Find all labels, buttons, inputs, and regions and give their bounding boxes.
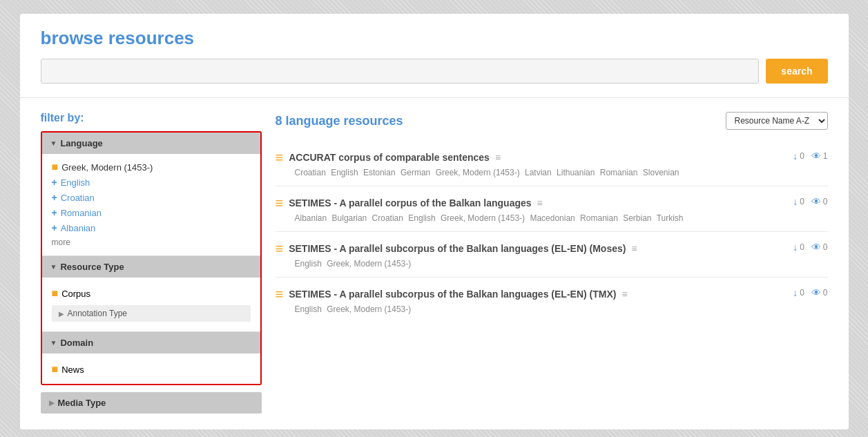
corpus-bullet-icon: ■ bbox=[52, 287, 59, 300]
tag: German bbox=[398, 168, 431, 177]
resource-type-arrow-icon: ▼ bbox=[50, 263, 57, 271]
download-stat: ↓ 0 bbox=[793, 242, 804, 253]
language-arrow-icon: ▼ bbox=[50, 139, 57, 147]
croatian-plus-icon: + bbox=[52, 192, 57, 203]
tag: Romanian bbox=[597, 168, 637, 177]
resource-title-left: ≡ ACCURAT corpus of comparable sentences… bbox=[276, 150, 501, 164]
tag: Latvian bbox=[523, 168, 552, 177]
download-count: 0 bbox=[800, 151, 804, 161]
filter-item-greek[interactable]: ■ Greek, Modern (1453-) bbox=[52, 159, 251, 175]
view-icon: 👁 bbox=[811, 242, 821, 253]
resource-list-icon: ≡ bbox=[276, 287, 284, 301]
tag: Greek, Modern (1453-) bbox=[325, 259, 411, 269]
view-stat: 👁 0 bbox=[811, 196, 828, 207]
results-count: 8 language resources bbox=[276, 114, 403, 128]
resource-title-left: ≡ SETIMES - A parallel corpus of the Bal… bbox=[276, 196, 543, 210]
resource-list: ≡ ACCURAT corpus of comparable sentences… bbox=[276, 141, 828, 322]
resource-item: ≡ ACCURAT corpus of comparable sentences… bbox=[276, 141, 828, 186]
news-item[interactable]: ■ News bbox=[52, 359, 251, 380]
language-section-header[interactable]: ▼ Language bbox=[42, 133, 260, 154]
download-count: 0 bbox=[800, 197, 804, 206]
language-more-link[interactable]: more bbox=[52, 235, 251, 251]
greek-bullet-icon: ■ bbox=[52, 162, 59, 173]
search-button[interactable]: search bbox=[766, 59, 827, 84]
resource-title-row: ≡ ACCURAT corpus of comparable sentences… bbox=[276, 150, 828, 164]
corpus-item[interactable]: ■ Corpus bbox=[52, 283, 251, 302]
annotation-label: Annotation Type bbox=[68, 309, 128, 318]
tag: Romanian bbox=[578, 213, 618, 223]
sort-select[interactable]: Resource Name A-Z Resource Name Z-A Date… bbox=[726, 112, 828, 130]
tag: English bbox=[295, 259, 322, 269]
resource-type-section-header[interactable]: ▼ Resource Type bbox=[42, 256, 260, 278]
domain-section-header[interactable]: ▼ Domain bbox=[42, 332, 260, 353]
news-label: News bbox=[61, 365, 84, 375]
resource-title-text[interactable]: SETIMES - A parallel subcorpus of the Ba… bbox=[289, 243, 626, 254]
resource-title-left: ≡ SETIMES - A parallel subcorpus of the … bbox=[276, 242, 637, 255]
filter-item-croatian[interactable]: + Croatian bbox=[52, 190, 251, 205]
annotation-type-item[interactable]: ▶ Annotation Type bbox=[52, 305, 251, 322]
resource-tags: English Greek, Modern (1453-) bbox=[276, 259, 828, 269]
resource-list-icon: ≡ bbox=[276, 196, 284, 210]
page-title: browse resources bbox=[41, 28, 828, 49]
english-plus-icon: + bbox=[52, 177, 57, 188]
view-icon: 👁 bbox=[811, 150, 821, 162]
annotation-triangle-icon: ▶ bbox=[59, 310, 64, 318]
tag: Macedonian bbox=[528, 213, 575, 223]
resource-list-icon: ≡ bbox=[276, 242, 284, 255]
domain-arrow-icon: ▼ bbox=[50, 339, 57, 347]
download-icon: ↓ bbox=[793, 242, 798, 253]
greek-label: Greek, Modern (1453-) bbox=[61, 162, 153, 173]
tag: English bbox=[295, 304, 322, 314]
media-type-header[interactable]: ▶ Media Type bbox=[41, 392, 262, 414]
resource-title-left: ≡ SETIMES - A parallel subcorpus of the … bbox=[276, 287, 628, 301]
view-count: 1 bbox=[823, 151, 828, 161]
view-stat: 👁 0 bbox=[811, 242, 828, 253]
filter-item-english[interactable]: + English bbox=[52, 175, 251, 190]
view-count: 0 bbox=[823, 288, 828, 298]
download-stat: ↓ 0 bbox=[793, 150, 804, 162]
download-count: 0 bbox=[800, 242, 804, 252]
results-header: 8 language resources Resource Name A-Z R… bbox=[276, 112, 828, 130]
tag: Bulgarian bbox=[329, 213, 367, 223]
resource-type-section-body: ■ Corpus ▶ Annotation Type bbox=[42, 278, 260, 331]
filter-item-albanian[interactable]: + Albanian bbox=[52, 220, 251, 235]
tag: Slovenian bbox=[640, 168, 679, 177]
resource-title-text[interactable]: ACCURAT corpus of comparable sentences bbox=[289, 152, 490, 163]
tag: English bbox=[329, 168, 358, 177]
tag: Greek, Modern (1453-) bbox=[433, 168, 519, 177]
croatian-label: Croatian bbox=[61, 193, 95, 203]
view-stat: 👁 0 bbox=[811, 287, 828, 298]
media-type-section: ▶ Media Type bbox=[41, 392, 262, 414]
resource-tags: Albanian Bulgarian Croatian English Gree… bbox=[276, 213, 828, 223]
filter-item-romanian[interactable]: + Romanian bbox=[52, 205, 251, 220]
resource-doc-icon: ≡ bbox=[537, 197, 543, 208]
albanian-plus-icon: + bbox=[52, 222, 57, 233]
content-section: filter by: ▼ Language ■ Greek, Modern (1… bbox=[20, 98, 849, 429]
resource-list-icon: ≡ bbox=[276, 150, 284, 164]
filter-box: ▼ Language ■ Greek, Modern (1453-) + Eng… bbox=[41, 131, 262, 385]
resource-doc-icon: ≡ bbox=[621, 289, 627, 300]
download-icon: ↓ bbox=[793, 196, 798, 207]
resource-title-text[interactable]: SETIMES - A parallel corpus of the Balka… bbox=[289, 197, 531, 208]
tag: Greek, Modern (1453-) bbox=[325, 304, 411, 314]
tag: Serbian bbox=[621, 213, 652, 223]
resource-stats: ↓ 0 👁 1 bbox=[793, 150, 827, 162]
resource-title-row: ≡ SETIMES - A parallel subcorpus of the … bbox=[276, 242, 828, 255]
domain-section-body: ■ News bbox=[42, 353, 260, 384]
top-section: browse resources search bbox=[20, 14, 849, 98]
main-content: 8 language resources Resource Name A-Z R… bbox=[276, 112, 828, 416]
resource-stats: ↓ 0 👁 0 bbox=[793, 242, 827, 253]
resource-item: ≡ SETIMES - A parallel subcorpus of the … bbox=[276, 277, 828, 322]
view-count: 0 bbox=[823, 242, 828, 252]
search-input[interactable] bbox=[41, 59, 760, 84]
download-stat: ↓ 0 bbox=[793, 196, 804, 207]
romanian-label: Romanian bbox=[61, 208, 102, 218]
resource-tags: English Greek, Modern (1453-) bbox=[276, 304, 828, 314]
media-type-arrow-icon: ▶ bbox=[49, 399, 55, 407]
resource-title-text[interactable]: SETIMES - A parallel subcorpus of the Ba… bbox=[289, 289, 616, 300]
resource-title-row: ≡ SETIMES - A parallel corpus of the Bal… bbox=[276, 196, 828, 210]
english-label: English bbox=[61, 177, 90, 188]
tag: Albanian bbox=[295, 213, 327, 223]
search-bar: search bbox=[41, 59, 828, 84]
download-icon: ↓ bbox=[793, 287, 798, 298]
